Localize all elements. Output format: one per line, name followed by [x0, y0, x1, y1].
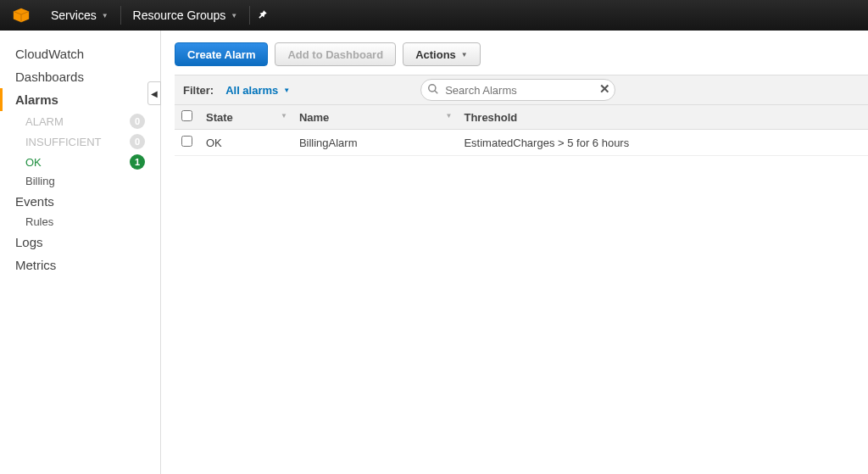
- chevron-down-icon: ▼: [461, 51, 468, 59]
- cell-state: OK: [199, 130, 292, 156]
- sidebar: CloudWatch Dashboards Alarms ALARM 0 INS…: [0, 31, 161, 474]
- search-container: ✕: [420, 79, 615, 101]
- sidebar-item-rules[interactable]: Rules: [0, 213, 160, 231]
- nav-separator: [249, 6, 250, 25]
- chevron-down-icon: ▼: [102, 12, 108, 20]
- column-header-threshold[interactable]: Threshold: [457, 105, 868, 130]
- pin-icon[interactable]: [257, 8, 269, 23]
- close-icon[interactable]: ✕: [599, 81, 610, 97]
- filter-label: Filter:: [183, 84, 214, 97]
- cell-threshold: EstimatedCharges > 5 for 6 hours: [457, 130, 868, 156]
- count-badge: 1: [130, 154, 145, 170]
- filter-selected-value: All alarms: [225, 84, 278, 97]
- count-badge: 0: [130, 114, 145, 129]
- nav-services[interactable]: Services ▼: [42, 0, 117, 31]
- svg-point-0: [429, 85, 436, 92]
- nav-separator: [120, 6, 121, 25]
- chevron-down-icon: ▼: [231, 12, 237, 20]
- sidebar-sub-label: Rules: [25, 215, 53, 228]
- sidebar-item-cloudwatch[interactable]: CloudWatch: [0, 42, 160, 65]
- sidebar-item-alarms[interactable]: Alarms: [0, 88, 160, 111]
- column-header-label: Name: [299, 111, 329, 124]
- table-row[interactable]: OK BillingAlarm EstimatedCharges > 5 for…: [175, 130, 868, 156]
- top-navigation: Services ▼ Resource Groups ▼: [0, 0, 868, 31]
- content-area: Create Alarm Add to Dashboard Actions ▼ …: [161, 31, 868, 474]
- column-header-state[interactable]: State ▼: [199, 105, 292, 130]
- add-to-dashboard-button[interactable]: Add to Dashboard: [275, 42, 396, 66]
- nav-services-label: Services: [51, 8, 97, 22]
- sidebar-item-logs[interactable]: Logs: [0, 231, 160, 254]
- search-input[interactable]: [420, 79, 615, 101]
- column-header-label: Threshold: [464, 111, 517, 124]
- select-all-checkbox[interactable]: [181, 110, 192, 121]
- nav-resource-groups-label: Resource Groups: [133, 8, 226, 22]
- actions-dropdown-button[interactable]: Actions ▼: [403, 42, 481, 66]
- sort-caret-icon: ▼: [281, 112, 287, 120]
- sidebar-item-metrics[interactable]: Metrics: [0, 254, 160, 276]
- sidebar-sub-label: Billing: [25, 175, 55, 187]
- sidebar-item-alarm-state-ok[interactable]: OK 1: [0, 152, 160, 172]
- chevron-left-icon: ◀: [151, 89, 158, 98]
- sidebar-item-dashboards[interactable]: Dashboards: [0, 65, 160, 88]
- filter-dropdown[interactable]: All alarms ▼: [225, 84, 290, 97]
- row-checkbox[interactable]: [181, 136, 192, 147]
- sidebar-sub-label: INSUFFICIENT: [25, 136, 102, 148]
- alarms-table: State ▼ Name ▼ Threshold OK Billin: [175, 105, 868, 156]
- sidebar-item-billing[interactable]: Billing: [0, 172, 160, 190]
- sort-caret-icon: ▼: [446, 112, 453, 120]
- nav-resource-groups[interactable]: Resource Groups ▼: [125, 0, 247, 31]
- sidebar-item-alarm-state-insufficient[interactable]: INSUFFICIENT 0: [0, 131, 160, 152]
- filter-bar: Filter: All alarms ▼ ✕: [175, 75, 868, 105]
- column-header-name[interactable]: Name ▼: [292, 105, 458, 130]
- svg-line-1: [435, 91, 438, 94]
- actions-label: Actions: [415, 48, 456, 61]
- column-header-checkbox[interactable]: [175, 105, 199, 130]
- aws-logo-icon: [12, 6, 31, 25]
- create-alarm-button[interactable]: Create Alarm: [175, 42, 268, 66]
- search-icon: [427, 83, 439, 98]
- sidebar-sub-label: ALARM: [25, 115, 64, 128]
- count-badge: 0: [130, 134, 145, 149]
- toolbar: Create Alarm Add to Dashboard Actions ▼: [175, 42, 868, 66]
- cell-name: BillingAlarm: [292, 130, 458, 156]
- sidebar-item-alarm-state-alarm[interactable]: ALARM 0: [0, 111, 160, 131]
- column-header-label: State: [206, 111, 233, 124]
- chevron-down-icon: ▼: [283, 86, 290, 94]
- sidebar-sub-label: OK: [25, 156, 42, 169]
- sidebar-collapse-handle[interactable]: ◀: [147, 81, 161, 105]
- sidebar-item-events[interactable]: Events: [0, 190, 160, 213]
